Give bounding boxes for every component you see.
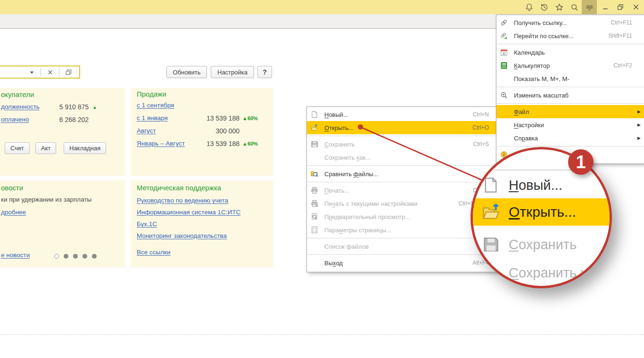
menu-item-label: Файл [514, 108, 529, 115]
svg-text:31: 31 [502, 52, 506, 55]
menu-item-calendar[interactable]: 31Календарь [496, 46, 644, 59]
no-icon [500, 121, 510, 129]
submenu-arrow-icon: ▶ [632, 109, 641, 114]
menu-shortcut: Ctrl+F2 [613, 62, 632, 69]
new-document-icon [311, 111, 320, 118]
menu-shortcut: Ctrl+N [473, 111, 489, 118]
sales-row-august: Август300 000 [131, 127, 273, 136]
menu-item-label: Получить ссылку... [514, 19, 567, 26]
calculator-icon [500, 62, 510, 69]
since-jan-1-link[interactable]: с 1 января [137, 114, 168, 122]
menu-separator [497, 146, 644, 146]
callout-item-label: Сохранить [509, 237, 577, 252]
refresh-button[interactable]: Обновить [166, 66, 207, 78]
menu-item-file-list: Список файлов [307, 240, 498, 253]
all-links-link[interactable]: Все ссылки [137, 249, 171, 256]
titlebar-quick-icons [521, 0, 597, 14]
panel-title-support: Методическая поддержка [137, 184, 221, 192]
calendar-icon: 31 [500, 49, 510, 56]
paid-link[interactable]: оплачено [1, 116, 29, 123]
sales-row-jan-aug: Январь – Август13 539 188▲60% [131, 140, 273, 148]
panel-title-sales: Продажи [137, 90, 166, 98]
its-system-link[interactable]: Информационная система 1С:ИТС [137, 209, 240, 216]
pager-dot-2[interactable] [64, 254, 68, 259]
all-news-link[interactable]: е новости [1, 252, 30, 259]
callout-menu-item-new: Новый... [473, 176, 610, 195]
pager-dot-4[interactable] [83, 254, 87, 259]
menu-item-calculator[interactable]: КалькуляторCtrl+F2 [496, 59, 644, 72]
pager-dot-5[interactable] [92, 254, 97, 259]
search-icon[interactable] [567, 0, 582, 14]
debt-link[interactable]: долженность [1, 103, 40, 110]
menu-item-file[interactable]: Файл▶ [496, 105, 644, 118]
buh-1c-link[interactable]: Бух.1С [137, 220, 157, 228]
menu-separator [307, 254, 498, 255]
menu-item-get-link[interactable]: Получить ссылку...Ctrl+F11 [496, 16, 644, 29]
callout-item-label: Сохранить к [509, 265, 586, 281]
zoom-scale-icon [500, 91, 510, 99]
favorites-star-icon[interactable] [552, 0, 567, 14]
menu-item-label: Настройки [514, 122, 544, 129]
main-menu-burger-icon[interactable] [582, 0, 597, 14]
menu-item-show-memory[interactable]: Показать М, М+, М- [496, 72, 644, 85]
menu-item-label: Сравнить файлы... [324, 171, 379, 178]
trend-up-icon: ▲ [92, 105, 97, 110]
menu-item-open[interactable]: Открыть...Ctrl+O [307, 121, 498, 134]
tab-strip-divider [59, 68, 59, 76]
pager-dot-1[interactable] [54, 254, 59, 259]
menu-item-label: Печать... [324, 187, 349, 194]
since-jan-1-trend-pct: ▲60% [242, 115, 258, 121]
panel-title-news: овости [1, 184, 23, 192]
menu-item-label: Список файлов [324, 243, 369, 250]
menu-item-label: Перейти по ссылке... [514, 33, 574, 40]
menu-item-help[interactable]: Справка▶ [496, 131, 644, 145]
accounting-guide-link[interactable]: Руководство по ведению учета [137, 197, 228, 204]
customers-row-debt: долженность5 910 875▲ [0, 103, 125, 112]
callout-menu-item-open: Открыть... [471, 198, 612, 226]
notifications-bell-icon[interactable] [521, 0, 537, 14]
menu-item-label: Сохранить как... [324, 154, 371, 161]
print-current-icon [311, 200, 320, 207]
window-controls [597, 0, 644, 14]
step-badge: 1 [568, 149, 594, 175]
menu-item-label: Сохранить [324, 141, 355, 148]
news-more-link[interactable]: дробнее [1, 209, 26, 216]
goto-link-icon [500, 32, 510, 40]
close-button[interactable] [629, 0, 643, 14]
menu-item-label: Предварительный просмотр... [324, 213, 410, 220]
jan-aug-link[interactable]: Январь – Август [137, 140, 185, 147]
tab-list-dropdown-icon[interactable] [25, 67, 39, 77]
invoice-button[interactable]: Счет [5, 142, 30, 154]
open-folder-icon [473, 203, 509, 221]
menu-item-goto-link[interactable]: Перейти по ссылке...Shift+F11 [496, 29, 644, 42]
save-floppy-icon [473, 236, 509, 253]
customers-row-paid: оплачено6 268 202 [0, 116, 125, 124]
panel-sales: Продажи с 1 сентябряс 1 января13 539 188… [131, 88, 273, 176]
menu-item-label: Калькулятор [514, 62, 550, 69]
detach-window-icon[interactable] [61, 67, 75, 77]
settings-button[interactable]: Настройка [211, 66, 254, 78]
menu-item-exit[interactable]: ВыходAlt+F4 [307, 256, 498, 269]
debt-value: 5 910 875 [59, 103, 89, 111]
menu-separator [307, 136, 498, 136]
menu-item-settings[interactable]: Настройки▶ [496, 118, 644, 131]
since-sep-1-link[interactable]: с 1 сентября [137, 102, 174, 109]
news-headline: ки при удержании из зарплаты [1, 196, 91, 203]
history-icon[interactable] [537, 0, 552, 14]
paid-value: 6 268 202 [59, 116, 89, 123]
callout-menu-item-save: Сохранить [473, 235, 610, 254]
no-icon [311, 243, 320, 250]
august-link[interactable]: Август [137, 127, 156, 134]
menu-item-new[interactable]: Новый...Ctrl+N [307, 108, 498, 121]
help-button[interactable]: ? [257, 66, 272, 78]
callout-item-label: Новый... [509, 178, 562, 193]
restore-button[interactable] [613, 0, 627, 14]
law-monitoring-link[interactable]: Мониторинг законодательства [137, 232, 227, 239]
close-tab-icon[interactable] [43, 67, 57, 77]
pager-dot-3[interactable] [73, 254, 78, 259]
menu-item-change-scale[interactable]: Изменить масштаб [496, 89, 644, 102]
act-button[interactable]: Акт [35, 142, 56, 154]
waybill-button[interactable]: Накладная [64, 142, 106, 154]
minimize-button[interactable] [598, 0, 612, 14]
open-folder-icon [311, 124, 320, 131]
